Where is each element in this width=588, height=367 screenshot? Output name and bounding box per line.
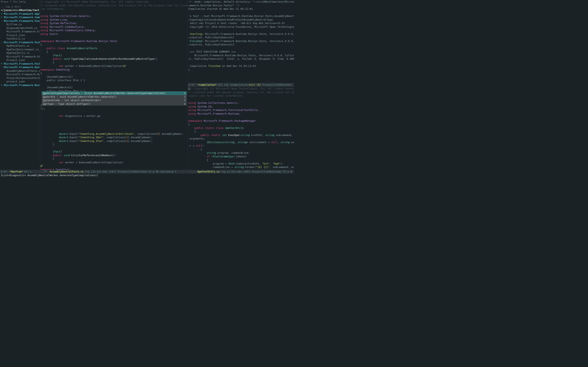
tree-file[interactable]: DisposableDirPath.cs [0,26,40,30]
neotree-up-dir[interactable]: .. (up a dir) [0,5,40,8]
tree-file[interactable]: KpmPackTests.cs [0,44,40,48]
compilation-buffer: -*- mode: compilation; default-directory… [188,0,294,71]
tree-file[interactable]: KpmTestEnvironment.cs [0,48,40,51]
tree-file[interactable]: Project.json [0,58,40,62]
editor-area: // Copyright (c) Microsoft Open Technolo… [40,0,294,170]
tree-file[interactable]: KpmTes⎕Utils.cs [0,51,40,55]
tree-folder[interactable]: + Microsoft.Framework.Comm▸ [0,16,40,19]
tree-file[interactable]: Microsoft.Framework.Ru [0,73,40,76]
autocomplete-popup[interactable]: GenerateTypeCompilations : IList Assembl… [42,91,187,106]
tree-file[interactable]: Microsoft.Framework.Fu [0,30,40,33]
left-editor-window[interactable]: // Copyright (c) Microsoft Open Technolo… [40,0,188,170]
tree-file[interactable]: Microsoft.Framework.Pa [0,55,40,58]
autocomplete-item[interactable]: GetHashCode : int object.GetHashCode()3 [42,99,187,102]
tree-folder[interactable]: + Microsoft.Framework.Pack▸ [0,62,40,66]
tree-file[interactable]: DirTree.cs [0,23,40,26]
neotree-root-path: </jason/src/KRuntime/test [0,8,40,12]
tree-file[interactable]: TestUtils.cs [0,37,40,41]
compilation-window[interactable]: -*- mode: compilation; default-directory… [188,0,294,83]
tree-folder[interactable]: + Microsoft.Framework.Appl▸ [0,12,40,16]
bottom-modeline: U:%%- *NeoTree* All L -:**- AssemblyNeut… [0,170,294,174]
right-column: -*- mode: compilation; default-directory… [188,0,294,170]
neotree-help: Press ? for help. [0,0,40,4]
code-buffer[interactable]: // Copyright (c) Microsoft Open Technolo… [40,0,188,170]
tree-file[interactable]: project.json [0,80,40,83]
tree-file[interactable]: Project.json [0,33,40,37]
compilation-modeline: U:%*- *compilation* All L15 (Compilation… [188,83,294,87]
autocomplete-item[interactable]: GetType : Type object.GetType()4 [42,102,187,106]
main-area: Press ? for help. .. (up a dir) </jason/… [0,0,294,170]
tree-folder[interactable]: - Microsoft.Framework.Func▸ [0,19,40,23]
right-editor-window[interactable]: ▯// Copyright (c) Microsoft Open Technol… [188,87,294,170]
emacs-frame: Press ? for help. .. (up a dir) </jason/… [0,0,294,177]
echo-area: IList<Diagnostic> AssemblyNeutralWorker.… [0,174,294,177]
tree-folder[interactable]: - Microsoft.Framework.Pack▸ [0,41,40,44]
tree-file[interactable]: AssemblyNeutralFacts.c [0,69,40,73]
neotree-sidebar[interactable]: Press ? for help. .. (up a dir) </jason/… [0,0,40,170]
autocomplete-item[interactable]: Generate : void AssemblyNeutralWorker.Ge… [42,95,187,99]
tree-folder[interactable]: + Microsoft.Framework.Runt▸ [0,83,40,87]
autocomplete-item[interactable]: GenerateTypeCompilations : IList Assembl… [42,91,187,95]
right-code-buffer[interactable]: ▯// Copyright (c) Microsoft Open Technol… [188,87,294,170]
tree-file[interactable]: ProjectExtensionsFacts [0,76,40,80]
tree-folder[interactable]: - Microsoft.Framework.Runt▸ [0,66,40,69]
